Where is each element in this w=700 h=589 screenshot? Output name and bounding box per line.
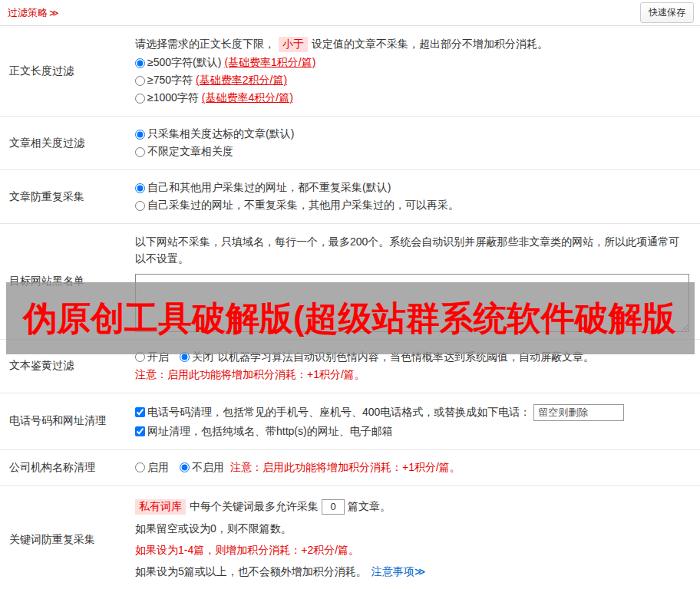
relevance-option-1: 只采集相关度达标的文章(默认): [135, 127, 692, 141]
keyword-note-fee: 如果设为1-4篇，则增加积分消耗：+2积分/篇。: [135, 544, 692, 558]
length-500-label: ≥500字符(默认): [147, 56, 221, 70]
intro-pre: 请选择需求的正文长度下限，: [135, 38, 275, 51]
row-company-cleanup: 公司机构名称清理 启用 不启用 注意：启用此功能将增加积分消耗：+1积分/篇。: [0, 450, 700, 486]
company-enable-label: 启用: [147, 461, 169, 475]
length-500-fee: (基础费率1积分/篇): [224, 56, 315, 70]
row-label: 文章相关度过滤: [0, 117, 132, 169]
relevance-strict-label: 只采集相关度达标的文章(默认): [147, 127, 294, 141]
row-content: 电话号码清理，包括常见的手机号、座机号、400电话格式，或替换成如下电话： 网址…: [132, 393, 700, 449]
relevance-any-radio[interactable]: [135, 147, 145, 157]
page-title[interactable]: 过滤策略≫: [8, 6, 59, 20]
dedup-global-label: 自己和其他用户采集过的网址，都不重复采集(默认): [147, 181, 391, 195]
row-label: 正文长度过滤: [0, 26, 132, 116]
length-intro: 请选择需求的正文长度下限， 小于 设定值的文章不采集，超出部分不增加积分消耗。: [135, 37, 692, 52]
keyword-count-input[interactable]: [322, 499, 345, 515]
row-label: 文章防重复采集: [0, 170, 132, 223]
replacement-phone-input[interactable]: [533, 404, 624, 421]
less-than-tag: 小于: [279, 37, 308, 52]
dedup-self-radio[interactable]: [135, 201, 145, 211]
row-dedup-collection: 文章防重复采集 自己和其他用户采集过的网址，都不重复采集(默认) 自己采集过的网…: [0, 170, 700, 224]
row-phone-url-cleanup: 电话号码和网址清理 电话号码清理，包括常见的手机号、座机号、400电话格式，或替…: [0, 393, 700, 450]
length-option-750: ≥750字符 (基础费率2积分/篇): [135, 74, 692, 87]
quick-save-button[interactable]: 快速保存: [640, 2, 694, 23]
length-750-label: ≥750字符: [147, 74, 193, 87]
notice-link[interactable]: 注意事项≫: [371, 565, 426, 579]
row-content: 只采集相关度达标的文章(默认) 不限定文章相关度: [132, 117, 700, 169]
dedup-global-radio[interactable]: [135, 183, 145, 193]
keyword-note-five-text: 如果设为5篇或以上，也不会额外增加积分消耗。: [135, 565, 367, 579]
row-content: 启用 不启用 注意：启用此功能将增加积分消耗：+1积分/篇。: [132, 450, 700, 485]
phone-cleanup-label: 电话号码清理，包括常见的手机号、座机号、400电话格式，或替换成如下电话：: [147, 406, 530, 420]
length-1000-label: ≥1000字符: [147, 91, 199, 105]
length-500-radio[interactable]: [135, 58, 145, 68]
company-enable-radio[interactable]: [135, 462, 145, 472]
company-note: 注意：启用此功能将增加积分消耗：+1积分/篇。: [230, 461, 461, 475]
watermark-banner: 伪原创工具破解版(超级站群系统软件破解版: [6, 282, 695, 354]
company-disable-label: 不启用: [192, 461, 224, 475]
porn-note: 注意：启用此功能将增加积分消耗：+1积分/篇。: [135, 368, 692, 382]
row-content: 私有词库 中每个关键词最多允许采集 篇文章。 如果留空或设为0，则不限篇数。 如…: [132, 486, 700, 589]
chevron-down-icon: ≫: [49, 8, 59, 18]
watermark-text: 伪原创工具破解版(超级站群系统软件破解版: [6, 296, 676, 341]
row-content: 自己和其他用户采集过的网址，都不重复采集(默认) 自己采集过的网址，不重复采集，…: [132, 170, 700, 223]
row-relevance-filter: 文章相关度过滤 只采集相关度达标的文章(默认) 不限定文章相关度: [0, 117, 700, 170]
company-disable-radio[interactable]: [180, 462, 190, 472]
phone-cleanup-checkbox[interactable]: [135, 407, 145, 417]
length-1000-fee: (基础费率4积分/篇): [202, 91, 293, 105]
length-option-500: ≥500字符(默认) (基础费率1积分/篇): [135, 56, 692, 70]
row-label: 关键词防重复采集: [0, 486, 132, 589]
dedup-option-2: 自己采集过的网址，不重复采集，其他用户采集过的，可以再采。: [135, 199, 692, 212]
row-keyword-dedup: 关键词防重复采集 私有词库 中每个关键词最多允许采集 篇文章。 如果留空或设为0…: [0, 486, 700, 589]
keyword-limit-end: 篇文章。: [348, 500, 391, 514]
url-cleanup-label: 网址清理，包括纯域名、带http(s)的网址、电子邮箱: [147, 425, 393, 439]
intro-post: 设定值的文章不采集，超出部分不增加积分消耗。: [312, 38, 548, 51]
row-label: 电话号码和网址清理: [0, 393, 132, 449]
length-1000-radio[interactable]: [135, 94, 145, 104]
keyword-note-five: 如果设为5篇或以上，也不会额外增加积分消耗。 注意事项≫: [135, 565, 692, 579]
length-option-1000: ≥1000字符 (基础费率4积分/篇): [135, 91, 692, 105]
blacklist-desc: 以下网站不采集，只填域名，每行一个，最多200个。系统会自动识别并屏蔽那些非文章…: [135, 233, 688, 268]
company-options: 启用 不启用 注意：启用此功能将增加积分消耗：+1积分/篇。: [135, 461, 692, 475]
top-toolbar: 过滤策略≫ 快速保存: [0, 0, 700, 26]
row-content: 请选择需求的正文长度下限， 小于 设定值的文章不采集，超出部分不增加积分消耗。 …: [132, 26, 700, 116]
length-750-fee: (基础费率2积分/篇): [196, 74, 287, 87]
keyword-limit-line: 私有词库 中每个关键词最多允许采集 篇文章。: [135, 499, 692, 515]
url-cleanup-checkbox[interactable]: [135, 426, 145, 436]
phone-cleanup-option: 电话号码清理，包括常见的手机号、座机号、400电话格式，或替换成如下电话：: [135, 404, 692, 421]
relevance-strict-radio[interactable]: [135, 130, 145, 140]
row-body-length-filter: 正文长度过滤 请选择需求的正文长度下限， 小于 设定值的文章不采集，超出部分不增…: [0, 26, 700, 117]
length-750-radio[interactable]: [135, 76, 145, 86]
dedup-self-label: 自己采集过的网址，不重复采集，其他用户采集过的，可以再采。: [147, 199, 459, 212]
relevance-option-2: 不限定文章相关度: [135, 145, 692, 159]
private-lexicon-tag: 私有词库: [135, 499, 186, 515]
keyword-note-zero: 如果留空或设为0，则不限篇数。: [135, 522, 692, 536]
url-cleanup-option: 网址清理，包括纯域名、带http(s)的网址、电子邮箱: [135, 425, 692, 439]
dedup-option-1: 自己和其他用户采集过的网址，都不重复采集(默认): [135, 181, 692, 195]
keyword-limit-mid: 中每个关键词最多允许采集: [190, 500, 319, 514]
relevance-any-label: 不限定文章相关度: [147, 145, 233, 159]
page-title-text: 过滤策略: [8, 7, 48, 18]
row-label: 公司机构名称清理: [0, 450, 132, 485]
